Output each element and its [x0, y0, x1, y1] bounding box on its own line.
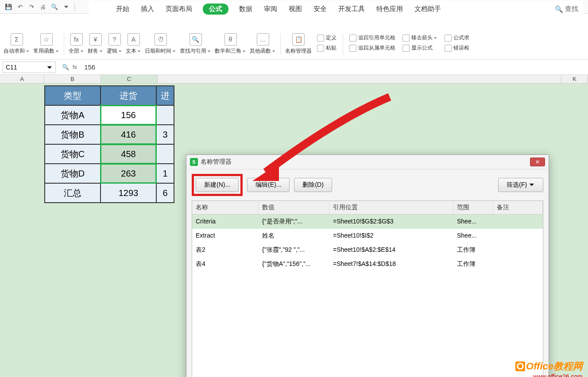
tab-dochelper[interactable]: 文档助手 — [414, 4, 442, 15]
print-icon[interactable]: 🖨 — [38, 2, 48, 12]
tab-insert[interactable]: 插入 — [140, 4, 155, 15]
delete-button[interactable]: 删除(D) — [294, 178, 332, 192]
rb-math[interactable]: θ数学和三角 — [215, 33, 246, 55]
search-label: 查找 — [565, 5, 578, 13]
worksheet[interactable]: A B C K 类型 进货 进 货物A 156 货物B 416 3 货物C — [0, 75, 588, 377]
list-row[interactable]: Extract 姓名 =Sheet10!$I$2 Shee... — [192, 229, 543, 243]
formula-bar: C11⏷ 🔍 fx 156 — [0, 60, 588, 75]
app-icon: S — [190, 158, 198, 166]
chevron-down-icon: ⏷ — [46, 64, 53, 71]
watermark: OOffice教程网 www.office26.com — [515, 360, 583, 377]
col-header-a[interactable]: A — [0, 75, 44, 83]
cell-type-0[interactable]: 货物A — [45, 105, 101, 125]
annotation-highlight: 新建(N)... — [192, 174, 243, 196]
rb-datetime[interactable]: ⏱日期和时间 — [145, 33, 176, 55]
tab-data[interactable]: 数据 — [238, 4, 253, 15]
col-note[interactable]: 备注 — [493, 201, 543, 214]
name-list: 名称 数值 引用位置 范围 备注 Criteria {"是否录用";"... =… — [192, 200, 543, 377]
rb-trace-dependent[interactable]: 追踪从属单元格 — [349, 44, 395, 52]
header-cut: 进 — [156, 86, 174, 105]
rb-lookup[interactable]: 🔍查找与引用 — [180, 33, 211, 55]
rb-text[interactable]: A文本 — [126, 33, 141, 55]
col-scope[interactable]: 范围 — [453, 201, 493, 214]
tab-security[interactable]: 安全 — [313, 4, 328, 15]
close-icon[interactable]: ✕ — [530, 158, 545, 166]
rb-name-manager[interactable]: 📋名称管理器 — [285, 33, 312, 55]
save-icon[interactable]: 💾 — [4, 2, 13, 12]
find-icon[interactable]: 🔍 — [62, 64, 69, 70]
column-headers: A B C K — [0, 75, 588, 84]
formula-input[interactable]: 156 — [81, 62, 588, 73]
undo-icon[interactable]: ↶ — [15, 2, 25, 12]
list-row[interactable]: Criteria {"是否录用";"... =Sheet10!$G$2:$G$3… — [192, 215, 543, 229]
data-table: 类型 进货 进 货物A 156 货物B 416 3 货物C 458 货物D — [44, 85, 174, 203]
tab-layout[interactable]: 页面布局 — [165, 4, 193, 15]
cell-type-1[interactable]: 货物B — [45, 125, 101, 144]
tab-formula[interactable]: 公式 — [203, 4, 228, 15]
cell-qty-2[interactable]: 458 — [101, 144, 156, 164]
rb-other[interactable]: …其他函数 — [250, 33, 276, 55]
col-header-k[interactable]: K — [561, 75, 588, 83]
cell-qty-3[interactable]: 263 — [101, 164, 156, 183]
menu-tabs: 开始 插入 页面布局 公式 数据 审阅 视图 安全 开发工具 特色应用 文档助手… — [89, 1, 584, 18]
tab-dev[interactable]: 开发工具 — [337, 4, 366, 15]
col-ref[interactable]: 引用位置 — [329, 201, 453, 214]
cell-qty-1[interactable]: 416 — [101, 125, 156, 144]
col-value[interactable]: 数值 — [259, 201, 329, 214]
edit-button[interactable]: 编辑(E)... — [247, 178, 290, 192]
rb-common[interactable]: ☆常用函数 — [33, 33, 59, 55]
tab-special[interactable]: 特色应用 — [375, 4, 404, 15]
rb-autosum[interactable]: Σ自动求和 — [4, 33, 30, 55]
rb-remove-arrows[interactable]: 移去箭头 — [402, 34, 437, 42]
ribbon: Σ自动求和 ☆常用函数 fx全部 ¥财务 ?逻辑 A文本 ⏱日期和时间 🔍查找与… — [0, 29, 588, 60]
header-qty: 进货 — [101, 86, 156, 105]
col-name[interactable]: 名称 — [192, 201, 259, 214]
list-row[interactable]: 表4 {"货物A","156","... =Sheet7!$A$14:$D$18… — [192, 257, 543, 271]
rb-trace-precedent[interactable]: 追踪引用单元格 — [349, 34, 395, 42]
rb-finance[interactable]: ¥财务 — [88, 33, 103, 55]
dialog-toolbar: 新建(N)... 编辑(E)... 删除(D) 筛选(F) ⏷ — [186, 169, 549, 200]
tab-start[interactable]: 开始 — [115, 4, 130, 15]
rb-paste[interactable]: 粘贴 — [317, 44, 337, 52]
header-type: 类型 — [45, 86, 101, 105]
name-manager-dialog: S 名称管理器 ✕ 新建(N)... 编辑(E)... 删除(D) 筛选(F) … — [186, 154, 549, 377]
filter-button[interactable]: 筛选(F) ⏷ — [498, 178, 543, 192]
rb-formula-expr[interactable]: 公式求 — [445, 34, 469, 42]
cell-type-3[interactable]: 货物D — [45, 164, 101, 183]
col-header-gap — [158, 75, 561, 83]
rb-error-check[interactable]: 错误检 — [445, 44, 469, 52]
dialog-title: 名称管理器 — [201, 158, 232, 166]
rb-logical[interactable]: ?逻辑 — [107, 33, 122, 55]
new-button[interactable]: 新建(N)... — [196, 178, 239, 192]
col-header-b[interactable]: B — [44, 75, 101, 83]
preview-icon[interactable]: 🔍 — [50, 2, 59, 12]
list-header: 名称 数值 引用位置 范围 备注 — [192, 201, 543, 215]
name-box[interactable]: C11⏷ — [3, 62, 56, 73]
rb-all[interactable]: fx全部 — [69, 33, 84, 55]
fx-icon[interactable]: fx — [73, 64, 77, 70]
cell-total-label[interactable]: 汇总 — [45, 183, 101, 203]
rb-show-formula[interactable]: 显示公式 — [402, 44, 437, 52]
tab-review[interactable]: 审阅 — [263, 4, 278, 15]
separator — [74, 3, 75, 11]
redo-icon[interactable]: ↷ — [27, 2, 36, 12]
search-icon: 🔍 — [555, 5, 563, 13]
tab-view[interactable]: 视图 — [288, 4, 303, 15]
cell-total-value[interactable]: 1293 — [101, 183, 156, 203]
cell-qty-0[interactable]: 156 — [101, 105, 156, 125]
list-row[interactable]: 表2 {"张霞","92 ","... =Sheet10!$A$2:$E$14 … — [192, 243, 543, 257]
cell-type-2[interactable]: 货物C — [45, 144, 101, 164]
search-box[interactable]: 🔍 查找 — [555, 5, 578, 13]
rb-define[interactable]: 定义 — [317, 34, 337, 42]
col-header-c[interactable]: C — [101, 75, 158, 83]
dialog-titlebar: S 名称管理器 ✕ — [186, 155, 549, 169]
more-icon[interactable]: ⏷ — [61, 2, 71, 12]
